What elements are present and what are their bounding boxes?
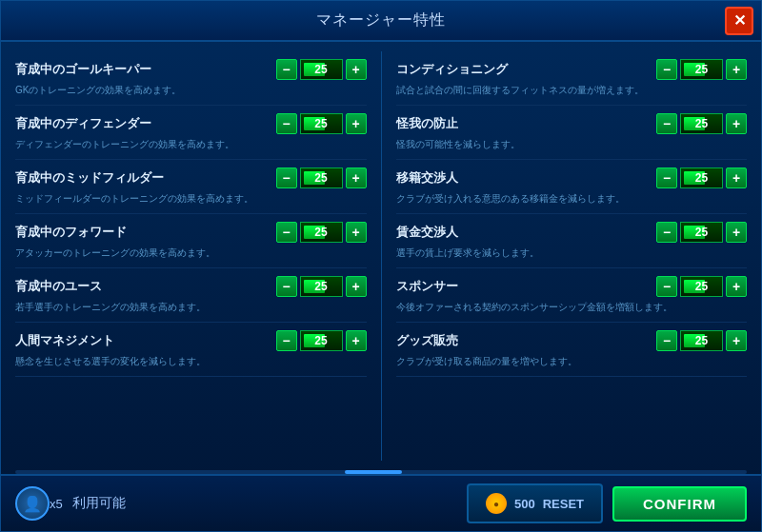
increment-button[interactable]: +: [346, 167, 367, 188]
stepper-value: 25: [314, 63, 327, 76]
trait-desc: 怪我の可能性を減らします。: [396, 138, 748, 151]
trait-row: グッズ販売 − 25 +: [396, 330, 748, 351]
stepper-value: 25: [695, 63, 708, 76]
trait-stepper: − 25 +: [656, 59, 747, 80]
stepper-value: 25: [695, 334, 708, 347]
stepper-value: 25: [314, 171, 327, 185]
reset-button[interactable]: ● 500 RESET: [467, 483, 603, 523]
trait-group: 賃金交渉人 − 25 + 選手の賃上げ要求を減らします。: [396, 214, 748, 268]
stepper-value: 25: [314, 117, 327, 130]
stepper-value: 25: [314, 226, 327, 239]
increment-button[interactable]: +: [726, 167, 747, 188]
stepper-value: 25: [314, 334, 327, 347]
stepper-display: 25: [300, 276, 343, 297]
increment-button[interactable]: +: [726, 113, 747, 134]
confirm-button[interactable]: CONFIRM: [612, 486, 747, 522]
modal-header: マネージャー特性 ✕: [1, 1, 761, 42]
increment-button[interactable]: +: [346, 59, 367, 80]
trait-row: 育成中のゴールキーパー − 25 +: [15, 59, 367, 80]
increment-button[interactable]: +: [726, 222, 747, 243]
trait-name: 賃金交渉人: [396, 224, 458, 241]
decrement-button[interactable]: −: [656, 167, 677, 188]
trait-name: 育成中のミッドフィルダー: [15, 169, 164, 187]
increment-button[interactable]: +: [726, 330, 747, 351]
trait-stepper: − 25 +: [656, 167, 747, 188]
trait-group: 移籍交渉人 − 25 + クラブが受け入れる意思のある移籍金を減らします。: [396, 160, 748, 214]
trait-stepper: − 25 +: [276, 222, 367, 243]
points-multiplier: x5: [50, 497, 63, 511]
trait-row: 育成中のフォワード − 25 +: [15, 222, 367, 243]
player-icon: 👤: [15, 486, 50, 521]
stepper-display: 25: [300, 330, 343, 351]
decrement-button[interactable]: −: [276, 167, 297, 188]
left-column: 育成中のゴールキーパー − 25 + GKのトレーニングの効果を高めます。 育成…: [15, 51, 367, 461]
column-divider: [381, 51, 382, 461]
decrement-button[interactable]: −: [276, 222, 297, 243]
close-button[interactable]: ✕: [725, 7, 753, 35]
trait-stepper: − 25 +: [276, 113, 367, 134]
stepper-display: 25: [680, 222, 723, 243]
trait-desc: アタッカーのトレーニングの効果を高めます。: [15, 246, 367, 260]
increment-button[interactable]: +: [346, 276, 367, 297]
trait-name: スポンサー: [396, 278, 458, 295]
trait-name: 怪我の防止: [396, 115, 458, 132]
stepper-display: 25: [300, 113, 343, 134]
footer-left: 👤 x5 利用可能: [15, 486, 126, 521]
trait-name: 育成中のユース: [15, 278, 102, 295]
trait-group: 育成中のユース − 25 + 若手選手のトレーニングの効果を高めます。: [15, 268, 367, 323]
increment-button[interactable]: +: [346, 330, 367, 351]
trait-name: 育成中のディフェンダー: [15, 115, 151, 132]
stepper-display: 25: [300, 167, 343, 188]
increment-button[interactable]: +: [346, 113, 367, 134]
trait-name: コンディショニング: [396, 61, 508, 78]
stepper-display: 25: [300, 59, 343, 80]
trait-name: グッズ販売: [396, 332, 458, 349]
stepper-value: 25: [695, 226, 708, 239]
trait-row: コンディショニング − 25 +: [396, 59, 748, 80]
increment-button[interactable]: +: [726, 276, 747, 297]
stepper-display: 25: [300, 222, 343, 243]
points-badge: 👤 x5: [15, 486, 63, 521]
trait-desc: 選手の賃上げ要求を減らします。: [396, 246, 748, 260]
coin-icon: ●: [486, 493, 507, 514]
decrement-button[interactable]: −: [656, 276, 677, 297]
decrement-button[interactable]: −: [656, 113, 677, 134]
trait-stepper: − 25 +: [656, 330, 747, 351]
trait-desc: クラブが受け入れる意思のある移籍金を減らします。: [396, 192, 748, 206]
trait-group: 育成中のディフェンダー − 25 + ディフェンダーのトレーニングの効果を高めま…: [15, 106, 367, 160]
stepper-value: 25: [695, 280, 708, 293]
decrement-button[interactable]: −: [276, 276, 297, 297]
stepper-display: 25: [680, 113, 723, 134]
trait-group: 育成中のフォワード − 25 + アタッカーのトレーニングの効果を高めます。: [15, 214, 367, 268]
decrement-button[interactable]: −: [656, 59, 677, 80]
increment-button[interactable]: +: [726, 59, 747, 80]
trait-name: 育成中のゴールキーパー: [15, 61, 151, 78]
trait-row: 移籍交渉人 − 25 +: [396, 167, 748, 188]
trait-stepper: − 25 +: [656, 276, 747, 297]
decrement-button[interactable]: −: [656, 330, 677, 351]
stepper-value: 25: [695, 171, 708, 185]
trait-desc: 懸念を生じさせる選手の変化を減らします。: [15, 355, 367, 368]
scrollbar[interactable]: [15, 470, 747, 474]
decrement-button[interactable]: −: [276, 113, 297, 134]
trait-group: 人間マネジメント − 25 + 懸念を生じさせる選手の変化を減らします。: [15, 323, 367, 377]
trait-stepper: − 25 +: [276, 276, 367, 297]
decrement-button[interactable]: −: [656, 222, 677, 243]
stepper-display: 25: [680, 59, 723, 80]
trait-stepper: − 25 +: [276, 59, 367, 80]
trait-stepper: − 25 +: [656, 113, 747, 134]
decrement-button[interactable]: −: [276, 59, 297, 80]
trait-group: グッズ販売 − 25 + クラブが受け取る商品の量を増やします。: [396, 323, 748, 377]
trait-desc: ディフェンダーのトレーニングの効果を高めます。: [15, 138, 367, 151]
trait-desc: GKのトレーニングの効果を高めます。: [15, 84, 367, 97]
decrement-button[interactable]: −: [276, 330, 297, 351]
increment-button[interactable]: +: [346, 222, 367, 243]
trait-row: 人間マネジメント − 25 +: [15, 330, 367, 351]
trait-row: 賃金交渉人 − 25 +: [396, 222, 748, 243]
footer-right: ● 500 RESET CONFIRM: [467, 483, 747, 523]
trait-stepper: − 25 +: [276, 167, 367, 188]
trait-group: 怪我の防止 − 25 + 怪我の可能性を減らします。: [396, 106, 748, 160]
stepper-value: 25: [695, 117, 708, 130]
trait-group: 育成中のゴールキーパー − 25 + GKのトレーニングの効果を高めます。: [15, 51, 367, 106]
trait-row: 怪我の防止 − 25 +: [396, 113, 748, 134]
